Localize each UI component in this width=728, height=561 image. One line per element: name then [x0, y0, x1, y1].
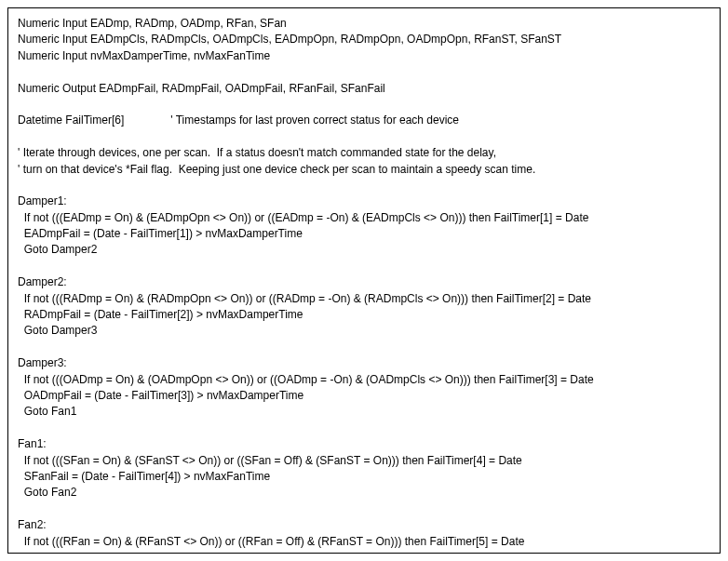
page-container: Numeric Input EADmp, RADmp, OADmp, RFan,… — [0, 0, 728, 561]
code-listing: Numeric Input EADmp, RADmp, OADmp, RFan,… — [7, 7, 721, 554]
